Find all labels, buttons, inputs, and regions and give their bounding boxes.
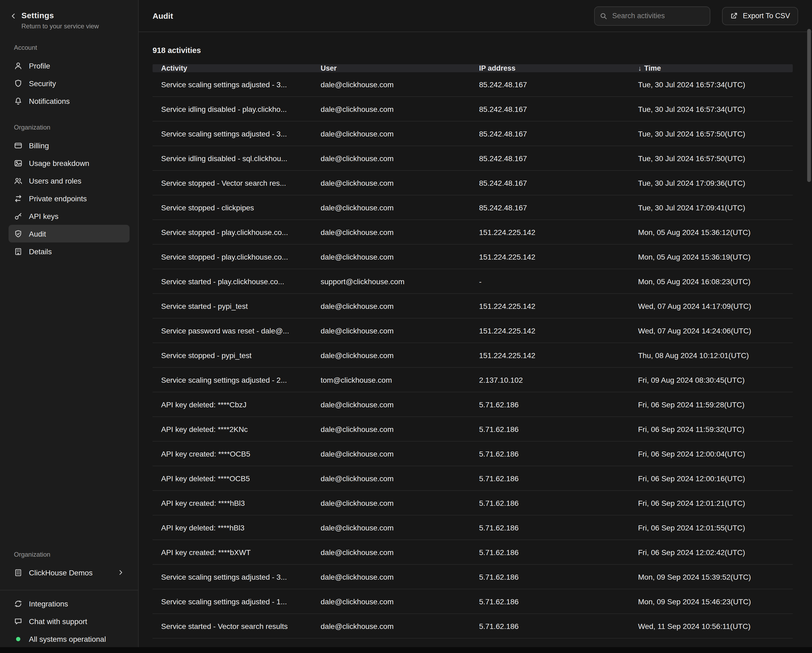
ip-cell: 85.242.48.167 xyxy=(470,80,629,88)
sidebar-item-usage-breakdown[interactable]: Usage breakdown xyxy=(9,154,130,172)
activity-cell: Service stopped - Vector search res... xyxy=(153,179,312,187)
search-icon xyxy=(599,12,607,20)
time-cell: Tue, 30 Jul 2024 17:09:36(UTC) xyxy=(629,179,793,187)
sidebar-item-api-keys[interactable]: API keys xyxy=(9,207,130,225)
time-cell: Mon, 05 Aug 2024 15:36:12(UTC) xyxy=(629,228,793,236)
table-row: Service stopped - Vector search res... d… xyxy=(153,171,793,195)
activity-cell: Service scaling settings adjusted - 3... xyxy=(153,572,312,581)
ip-cell: 5.71.62.186 xyxy=(470,499,629,507)
column-header-time[interactable]: ↓ Time xyxy=(629,64,793,72)
time-cell: Wed, 07 Aug 2024 14:24:06(UTC) xyxy=(629,326,793,335)
column-header-ip: IP address xyxy=(470,64,629,72)
back-to-service-link[interactable]: Settings Return to your service view xyxy=(0,0,138,30)
vertical-scrollbar-thumb[interactable] xyxy=(807,29,811,182)
export-csv-button[interactable]: Export To CSV xyxy=(722,7,798,25)
page-header: Audit Export To CSV xyxy=(139,0,812,32)
table-row: API key deleted: ****OCB5 dale@clickhous… xyxy=(153,466,793,491)
activity-cell: Service stopped - pypi_test xyxy=(153,351,312,359)
ip-cell: 5.71.62.186 xyxy=(470,597,629,606)
status-ok-icon xyxy=(16,637,20,641)
usage-chart-icon xyxy=(14,159,23,167)
arrows-left-right-icon xyxy=(14,194,23,203)
sidebar-item-label: Profile xyxy=(29,61,50,70)
activity-cell: Service idling disabled - play.clickho..… xyxy=(153,105,312,113)
settings-sidebar: Settings Return to your service view Acc… xyxy=(0,0,139,653)
export-button-label: Export To CSV xyxy=(743,12,790,20)
activity-cell: Service started - pypi_test xyxy=(153,302,312,310)
table-row: Service password was reset - dale@... da… xyxy=(153,319,793,343)
time-cell: Mon, 05 Aug 2024 15:36:19(UTC) xyxy=(629,252,793,261)
time-cell: Tue, 30 Jul 2024 16:57:50(UTC) xyxy=(629,129,793,138)
user-cell: dale@clickhouse.com xyxy=(312,499,470,507)
sidebar-item-integrations[interactable]: Integrations xyxy=(9,595,130,612)
activity-cell: Service stopped - clickpipes xyxy=(153,203,312,212)
sidebar-item-label: Private endpoints xyxy=(29,194,87,203)
users-icon xyxy=(14,176,23,185)
time-cell: Fri, 06 Sep 2024 12:01:55(UTC) xyxy=(629,523,793,532)
section-label-organization: Organization xyxy=(14,124,138,131)
time-cell: Fri, 09 Aug 2024 08:30:45(UTC) xyxy=(629,375,793,384)
table-row: Service scaling settings adjusted - 2...… xyxy=(153,368,793,392)
ip-cell: 2.137.10.102 xyxy=(470,375,629,384)
sidebar-item-audit[interactable]: Audit xyxy=(9,225,130,243)
ip-cell: 5.71.62.186 xyxy=(470,572,629,581)
activity-cell: API key created: ****hBl3 xyxy=(153,499,312,507)
user-cell: dale@clickhouse.com xyxy=(312,326,470,335)
sidebar-item-chat-support[interactable]: Chat with support xyxy=(9,612,130,630)
ip-cell: 5.71.62.186 xyxy=(470,548,629,556)
sidebar-item-label: Notifications xyxy=(29,97,70,105)
main-area: Audit Export To CSV 918 activities xyxy=(139,0,812,653)
sidebar-item-label: All systems operational xyxy=(29,635,106,643)
time-cell: Fri, 06 Sep 2024 11:59:28(UTC) xyxy=(629,400,793,409)
ip-cell: 5.71.62.186 xyxy=(470,449,629,458)
time-cell: Tue, 30 Jul 2024 17:09:41(UTC) xyxy=(629,203,793,212)
user-icon xyxy=(14,61,23,70)
organization-icon xyxy=(14,568,23,577)
activity-cell: API key created: ****bXWT xyxy=(153,548,312,556)
time-cell: Fri, 06 Sep 2024 12:02:42(UTC) xyxy=(629,548,793,556)
sidebar-item-security[interactable]: Security xyxy=(9,75,130,92)
sidebar-item-label: Integrations xyxy=(29,599,68,608)
table-row: API key deleted: ****CbzJ dale@clickhous… xyxy=(153,392,793,417)
user-cell: dale@clickhouse.com xyxy=(312,597,470,606)
sidebar-item-label: API keys xyxy=(29,212,59,220)
activity-cell: Service stopped - play.clickhouse.co... xyxy=(153,252,312,261)
sidebar-item-billing[interactable]: Billing xyxy=(9,136,130,154)
sidebar-item-system-status[interactable]: All systems operational xyxy=(9,630,130,648)
table-row: Service stopped - play.clickhouse.co... … xyxy=(153,220,793,245)
user-cell: dale@clickhouse.com xyxy=(312,302,470,310)
org-switcher[interactable]: ClickHouse Demos xyxy=(9,564,130,581)
activity-cell: API key deleted: ****OCB5 xyxy=(153,474,312,482)
search-activities xyxy=(594,6,710,26)
user-cell: dale@clickhouse.com xyxy=(312,154,470,162)
time-cell: Mon, 05 Aug 2024 16:08:23(UTC) xyxy=(629,277,793,285)
table-row: Service stopped - pypi_test dale@clickho… xyxy=(153,343,793,368)
time-cell: Mon, 09 Sep 2024 15:46:23(UTC) xyxy=(629,597,793,606)
bell-icon xyxy=(14,97,23,105)
ip-cell: 5.71.62.186 xyxy=(470,425,629,433)
table-row: Service idling disabled - sql.clickhou..… xyxy=(153,146,793,171)
user-cell: dale@clickhouse.com xyxy=(312,474,470,482)
sidebar-item-private-endpoints[interactable]: Private endpoints xyxy=(9,189,130,207)
bottom-edge xyxy=(0,647,812,653)
ip-cell: 5.71.62.186 xyxy=(470,523,629,532)
ip-cell: 5.71.62.186 xyxy=(470,474,629,482)
ip-cell: 151.224.225.142 xyxy=(470,228,629,236)
activity-cell: Service scaling settings adjusted - 3... xyxy=(153,80,312,88)
user-cell: dale@clickhouse.com xyxy=(312,203,470,212)
app-window: Settings Return to your service view Acc… xyxy=(0,0,812,653)
sidebar-item-notifications[interactable]: Notifications xyxy=(9,92,130,110)
column-header-activity: Activity xyxy=(153,64,312,72)
audit-shield-check-icon xyxy=(14,229,23,238)
sidebar-item-label: Chat with support xyxy=(29,617,87,626)
ip-cell: 85.242.48.167 xyxy=(470,179,629,187)
sidebar-item-profile[interactable]: Profile xyxy=(9,57,130,75)
sort-descending-icon: ↓ xyxy=(638,64,641,72)
search-input[interactable] xyxy=(594,6,710,26)
table-row: API key created: ****OCB5 dale@clickhous… xyxy=(153,442,793,466)
activity-cell: Service password was reset - dale@... xyxy=(153,326,312,335)
activity-cell: Service started - play.clickhouse.co... xyxy=(153,277,312,285)
sidebar-item-details[interactable]: Details xyxy=(9,243,130,260)
sidebar-footer: Integrations Chat with support All syste… xyxy=(0,590,138,653)
sidebar-item-users-and-roles[interactable]: Users and roles xyxy=(9,172,130,189)
